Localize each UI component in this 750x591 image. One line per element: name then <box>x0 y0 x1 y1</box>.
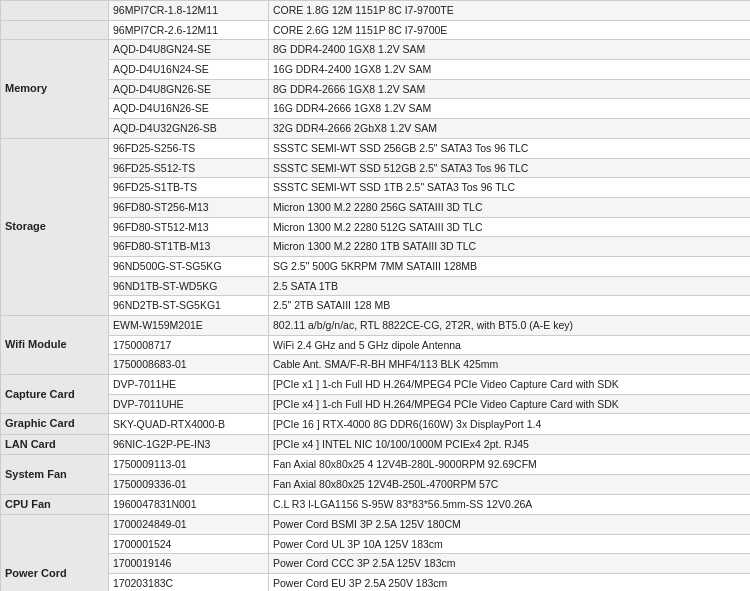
category-cell: Capture Card <box>1 375 109 414</box>
model-cell: 96FD25-S256-TS <box>109 138 269 158</box>
category-cell: Wifi Module <box>1 316 109 375</box>
desc-cell: [PCIe 16 ] RTX-4000 8G DDR6(160W) 3x Dis… <box>269 414 751 434</box>
model-cell: 1750009113-01 <box>109 455 269 475</box>
category-cell: CPU Fan <box>1 494 109 514</box>
table-row: Storage 96FD25-S256-TS SSSTC SEMI-WT SSD… <box>1 138 751 158</box>
category-cell: LAN Card <box>1 434 109 454</box>
category-cell: Graphic Card <box>1 414 109 434</box>
model-cell: 96FD80-ST1TB-M13 <box>109 237 269 257</box>
model-cell: 96NIC-1G2P-PE-IN3 <box>109 434 269 454</box>
desc-cell: 32G DDR4-2666 2GbX8 1.2V SAM <box>269 119 751 139</box>
table-row: 96FD80-ST256-M13 Micron 1300 M.2 2280 25… <box>1 197 751 217</box>
desc-cell: Micron 1300 M.2 2280 256G SATAIII 3D TLC <box>269 197 751 217</box>
table-row: 96ND500G-ST-SG5KG SG 2.5" 500G 5KRPM 7MM… <box>1 256 751 276</box>
desc-cell: CORE 2.6G 12M 1151P 8C I7-9700E <box>269 20 751 40</box>
desc-cell: [PCIe x4 ] INTEL NIC 10/100/1000M PCIEx4… <box>269 434 751 454</box>
model-cell: 1750008717 <box>109 335 269 355</box>
model-cell: DVP-7011UHE <box>109 394 269 414</box>
desc-cell: 16G DDR4-2400 1GX8 1.2V SAM <box>269 60 751 80</box>
model-cell: AQD-D4U16N24-SE <box>109 60 269 80</box>
desc-cell: Micron 1300 M.2 2280 512G SATAIII 3D TLC <box>269 217 751 237</box>
table-row: AQD-D4U32GN26-SB 32G DDR4-2666 2GbX8 1.2… <box>1 119 751 139</box>
table-row: 96FD25-S1TB-TS SSSTC SEMI-WT SSD 1TB 2.5… <box>1 178 751 198</box>
model-cell: AQD-D4U8GN24-SE <box>109 40 269 60</box>
category-cell: System Fan <box>1 455 109 494</box>
category-cell <box>1 1 109 21</box>
model-cell: 96MPI7CR-2.6-12M11 <box>109 20 269 40</box>
model-cell: 1960047831N001 <box>109 494 269 514</box>
table-row: 96ND1TB-ST-WD5KG 2.5 SATA 1TB <box>1 276 751 296</box>
table-row: Power Cord 1700024849-01 Power Cord BSMI… <box>1 514 751 534</box>
table-row: 96FD80-ST512-M13 Micron 1300 M.2 2280 51… <box>1 217 751 237</box>
desc-cell: 2.5 SATA 1TB <box>269 276 751 296</box>
table-row: 170203183C Power Cord EU 3P 2.5A 250V 18… <box>1 574 751 591</box>
model-cell: 1750008683-01 <box>109 355 269 375</box>
table-row: 1750008717 WiFi 2.4 GHz and 5 GHz dipole… <box>1 335 751 355</box>
table-row: 96MPI7CR-1.8-12M11 CORE 1.8G 12M 1151P 8… <box>1 1 751 21</box>
model-cell: 1750009336-01 <box>109 474 269 494</box>
desc-cell: Fan Axial 80x80x25 12V4B-250L-4700RPM 57… <box>269 474 751 494</box>
table-row: 1750009336-01 Fan Axial 80x80x25 12V4B-2… <box>1 474 751 494</box>
model-cell: 96MPI7CR-1.8-12M11 <box>109 1 269 21</box>
desc-cell: SSSTC SEMI-WT SSD 512GB 2.5" SATA3 Tos 9… <box>269 158 751 178</box>
desc-cell: WiFi 2.4 GHz and 5 GHz dipole Antenna <box>269 335 751 355</box>
model-cell: EWM-W159M201E <box>109 316 269 336</box>
model-cell: 96FD80-ST256-M13 <box>109 197 269 217</box>
main-container: 96MPI7CR-1.8-12M11 CORE 1.8G 12M 1151P 8… <box>0 0 750 591</box>
model-cell: 170203183C <box>109 574 269 591</box>
desc-cell: 16G DDR4-2666 1GX8 1.2V SAM <box>269 99 751 119</box>
desc-cell: [PCIe x4 ] 1-ch Full HD H.264/MPEG4 PCIe… <box>269 394 751 414</box>
table-row: 96FD25-S512-TS SSSTC SEMI-WT SSD 512GB 2… <box>1 158 751 178</box>
desc-cell: 802.11 a/b/g/n/ac, RTL 8822CE-CG, 2T2R, … <box>269 316 751 336</box>
desc-cell: [PCIe x1 ] 1-ch Full HD H.264/MPEG4 PCIe… <box>269 375 751 395</box>
table-row: LAN Card 96NIC-1G2P-PE-IN3 [PCIe x4 ] IN… <box>1 434 751 454</box>
desc-cell: SSSTC SEMI-WT SSD 256GB 2.5" SATA3 Tos 9… <box>269 138 751 158</box>
model-cell: AQD-D4U32GN26-SB <box>109 119 269 139</box>
model-cell: 96ND500G-ST-SG5KG <box>109 256 269 276</box>
model-cell: 96ND1TB-ST-WD5KG <box>109 276 269 296</box>
category-cell: Storage <box>1 138 109 315</box>
table-row: Graphic Card SKY-QUAD-RTX4000-B [PCIe 16… <box>1 414 751 434</box>
desc-cell: Fan Axial 80x80x25 4 12V4B-280L-9000RPM … <box>269 455 751 475</box>
table-row: 1700001524 Power Cord UL 3P 10A 125V 183… <box>1 534 751 554</box>
model-cell: SKY-QUAD-RTX4000-B <box>109 414 269 434</box>
model-cell: 96ND2TB-ST-SG5KG1 <box>109 296 269 316</box>
desc-cell: Power Cord EU 3P 2.5A 250V 183cm <box>269 574 751 591</box>
desc-cell: 8G DDR4-2400 1GX8 1.2V SAM <box>269 40 751 60</box>
model-cell: 1700024849-01 <box>109 514 269 534</box>
table-row: AQD-D4U16N24-SE 16G DDR4-2400 1GX8 1.2V … <box>1 60 751 80</box>
desc-cell: SG 2.5" 500G 5KRPM 7MM SATAIII 128MB <box>269 256 751 276</box>
model-cell: AQD-D4U16N26-SE <box>109 99 269 119</box>
desc-cell: Micron 1300 M.2 2280 1TB SATAIII 3D TLC <box>269 237 751 257</box>
model-cell: 96FD25-S1TB-TS <box>109 178 269 198</box>
desc-cell: SSSTC SEMI-WT SSD 1TB 2.5" SATA3 Tos 96 … <box>269 178 751 198</box>
category-cell <box>1 20 109 40</box>
model-cell: DVP-7011HE <box>109 375 269 395</box>
spec-table: 96MPI7CR-1.8-12M11 CORE 1.8G 12M 1151P 8… <box>0 0 750 591</box>
desc-cell: C.L R3 l-LGA1156 S-95W 83*83*56.5mm-SS 1… <box>269 494 751 514</box>
desc-cell: Power Cord CCC 3P 2.5A 125V 183cm <box>269 554 751 574</box>
table-row: System Fan 1750009113-01 Fan Axial 80x80… <box>1 455 751 475</box>
table-row: Capture Card DVP-7011HE [PCIe x1 ] 1-ch … <box>1 375 751 395</box>
desc-cell: 8G DDR4-2666 1GX8 1.2V SAM <box>269 79 751 99</box>
table-row: Wifi Module EWM-W159M201E 802.11 a/b/g/n… <box>1 316 751 336</box>
table-row: 96FD80-ST1TB-M13 Micron 1300 M.2 2280 1T… <box>1 237 751 257</box>
model-cell: AQD-D4U8GN26-SE <box>109 79 269 99</box>
table-row: 1750008683-01 Cable Ant. SMA/F-R-BH MHF4… <box>1 355 751 375</box>
model-cell: 96FD25-S512-TS <box>109 158 269 178</box>
table-row: 96MPI7CR-2.6-12M11 CORE 2.6G 12M 1151P 8… <box>1 20 751 40</box>
table-row: 96ND2TB-ST-SG5KG1 2.5" 2TB SATAIII 128 M… <box>1 296 751 316</box>
desc-cell: CORE 1.8G 12M 1151P 8C I7-9700TE <box>269 1 751 21</box>
model-cell: 1700019146 <box>109 554 269 574</box>
category-cell: Memory <box>1 40 109 138</box>
desc-cell: 2.5" 2TB SATAIII 128 MB <box>269 296 751 316</box>
model-cell: 1700001524 <box>109 534 269 554</box>
table-row: DVP-7011UHE [PCIe x4 ] 1-ch Full HD H.26… <box>1 394 751 414</box>
category-cell: Power Cord <box>1 514 109 591</box>
table-row: Memory AQD-D4U8GN24-SE 8G DDR4-2400 1GX8… <box>1 40 751 60</box>
table-row: CPU Fan 1960047831N001 C.L R3 l-LGA1156 … <box>1 494 751 514</box>
desc-cell: Power Cord UL 3P 10A 125V 183cm <box>269 534 751 554</box>
desc-cell: Power Cord BSMI 3P 2.5A 125V 180CM <box>269 514 751 534</box>
model-cell: 96FD80-ST512-M13 <box>109 217 269 237</box>
table-row: 1700019146 Power Cord CCC 3P 2.5A 125V 1… <box>1 554 751 574</box>
